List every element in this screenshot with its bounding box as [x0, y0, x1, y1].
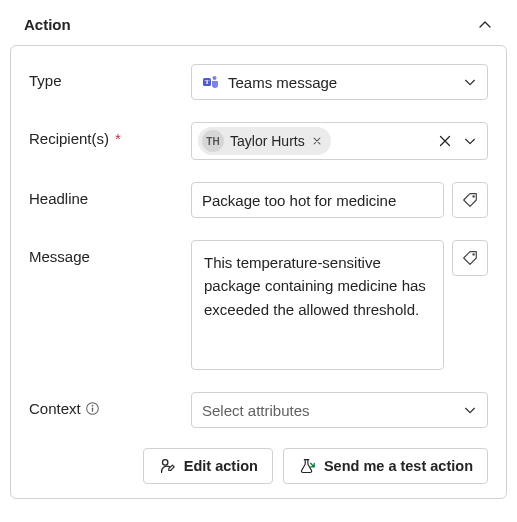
- action-panel: Action Type T Teams message: [10, 10, 507, 499]
- chevron-down-icon: [463, 403, 477, 417]
- message-textarea[interactable]: This temperature-sensitive package conta…: [191, 240, 444, 370]
- test-button-label: Send me a test action: [324, 458, 473, 474]
- recipients-row: Recipient(s)* TH Taylor Hurts: [29, 122, 488, 160]
- svg-text:T: T: [205, 78, 210, 86]
- type-row: Type T Teams message: [29, 64, 488, 100]
- required-mark: *: [115, 130, 121, 147]
- message-row: Message This temperature-sensitive packa…: [29, 240, 488, 370]
- recipient-name: Taylor Hurts: [230, 133, 305, 149]
- message-label: Message: [29, 240, 179, 265]
- svg-rect-7: [92, 408, 93, 412]
- svg-point-6: [91, 405, 93, 407]
- clear-recipients-icon[interactable]: [437, 133, 453, 149]
- edit-button-label: Edit action: [184, 458, 258, 474]
- chevron-up-icon[interactable]: [477, 17, 493, 33]
- headline-label: Headline: [29, 182, 179, 207]
- type-value: Teams message: [228, 74, 337, 91]
- remove-chip-icon[interactable]: [311, 135, 323, 147]
- svg-point-2: [213, 76, 217, 80]
- edit-icon: [158, 457, 176, 475]
- headline-input-wrap: [191, 182, 444, 218]
- panel-header[interactable]: Action: [10, 10, 507, 45]
- tag-icon: [461, 191, 479, 209]
- chevron-down-icon: [463, 134, 477, 148]
- context-select[interactable]: Select attributes: [191, 392, 488, 428]
- send-test-action-button[interactable]: Send me a test action: [283, 448, 488, 484]
- recipients-picker[interactable]: TH Taylor Hurts: [191, 122, 488, 160]
- headline-input[interactable]: [202, 192, 433, 209]
- type-label: Type: [29, 64, 179, 89]
- svg-point-8: [162, 460, 167, 465]
- context-row: Context Select attributes: [29, 392, 488, 428]
- panel-title: Action: [24, 16, 71, 33]
- headline-tag-button[interactable]: [452, 182, 488, 218]
- chevron-down-icon: [463, 75, 477, 89]
- headline-row: Headline: [29, 182, 488, 218]
- flask-icon: [298, 457, 316, 475]
- message-value: This temperature-sensitive package conta…: [204, 251, 431, 321]
- context-label: Context: [29, 392, 179, 417]
- edit-action-button[interactable]: Edit action: [143, 448, 273, 484]
- context-placeholder: Select attributes: [202, 402, 310, 419]
- footer-actions: Edit action Send me a test action: [29, 448, 488, 484]
- recipient-chip: TH Taylor Hurts: [198, 127, 331, 155]
- svg-point-3: [472, 195, 474, 197]
- svg-point-4: [472, 253, 474, 255]
- message-tag-button[interactable]: [452, 240, 488, 276]
- info-icon[interactable]: [85, 401, 100, 416]
- teams-icon: T: [202, 73, 220, 91]
- panel-body: Type T Teams message Recipie: [10, 45, 507, 499]
- tag-icon: [461, 249, 479, 267]
- recipients-label: Recipient(s)*: [29, 122, 179, 147]
- type-select[interactable]: T Teams message: [191, 64, 488, 100]
- avatar: TH: [202, 130, 224, 152]
